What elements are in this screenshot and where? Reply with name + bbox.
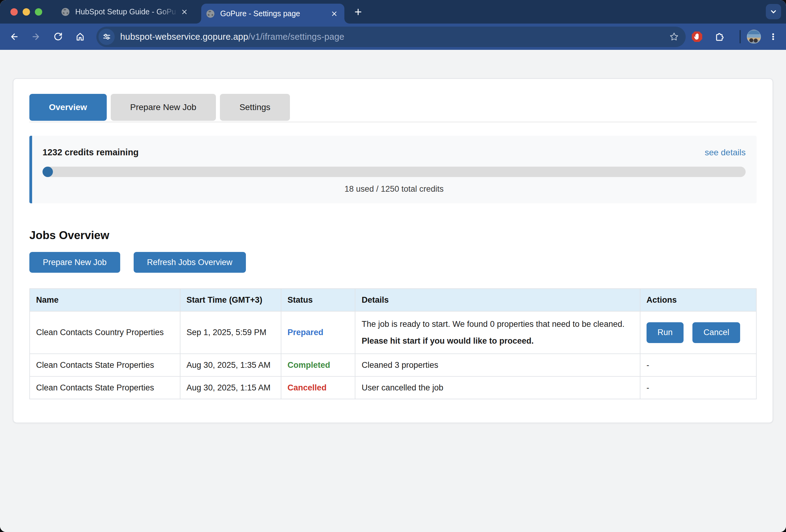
forward-arrow-icon bbox=[31, 32, 41, 42]
extensions-button[interactable] bbox=[711, 29, 727, 44]
prepare-new-job-button[interactable]: Prepare New Job bbox=[29, 252, 120, 273]
tune-icon bbox=[102, 32, 111, 41]
status-badge: Cancelled bbox=[287, 383, 327, 392]
credits-panel: 1232 credits remaining see details 18 us… bbox=[29, 136, 757, 203]
tab-strip: HubSpot Setup Guide - GoPu GoPure - Sett… bbox=[0, 0, 786, 24]
page-nav-tabs: Overview Prepare New Job Settings bbox=[29, 94, 757, 121]
table-row: Clean Contacts State Properties Aug 30, … bbox=[30, 354, 756, 376]
job-name: Clean Contacts State Properties bbox=[30, 376, 180, 399]
credits-progress-knob bbox=[43, 167, 53, 177]
credits-remaining-heading: 1232 credits remaining bbox=[43, 147, 139, 158]
adblock-stop-hand-icon bbox=[691, 30, 703, 43]
bookmark-button[interactable] bbox=[667, 30, 681, 43]
table-header-row: Name Start Time (GMT+3) Status Details A… bbox=[30, 288, 756, 311]
job-details-text: The job is ready to start. We found 0 pr… bbox=[362, 320, 633, 329]
job-row-actions: Run Cancel bbox=[647, 322, 750, 343]
close-window-button[interactable] bbox=[10, 8, 18, 16]
tab-title: HubSpot Setup Guide - GoPu bbox=[75, 7, 179, 16]
back-button[interactable] bbox=[6, 29, 22, 44]
refresh-jobs-overview-button[interactable]: Refresh Jobs Overview bbox=[134, 252, 246, 273]
credits-usage-caption: 18 used / 1250 total credits bbox=[43, 184, 746, 194]
globe-favicon-icon bbox=[61, 7, 70, 17]
job-details: Cleaned 3 properties bbox=[355, 354, 640, 376]
site-info-button[interactable] bbox=[98, 29, 115, 45]
job-name: Clean Contacts Country Properties bbox=[30, 311, 180, 354]
home-icon bbox=[75, 32, 85, 42]
minimize-window-button[interactable] bbox=[23, 8, 30, 16]
new-tab-button[interactable] bbox=[351, 5, 365, 19]
status-badge: Prepared bbox=[287, 328, 323, 337]
header-name: Name bbox=[30, 288, 180, 311]
globe-favicon-icon bbox=[206, 9, 215, 19]
table-row: Clean Contacts State Properties Aug 30, … bbox=[30, 376, 756, 399]
tab-settings[interactable]: Settings bbox=[220, 94, 290, 121]
job-details: The job is ready to start. We found 0 pr… bbox=[355, 311, 640, 354]
address-bar[interactable]: hubspot-webservice.gopure.app/v1/iframe/… bbox=[96, 27, 686, 47]
url-path: /v1/iframe/settings-page bbox=[248, 32, 344, 42]
job-actions-placeholder: - bbox=[640, 354, 756, 376]
job-name: Clean Contacts State Properties bbox=[30, 354, 180, 376]
job-start-time: Sep 1, 2025, 5:59 PM bbox=[180, 311, 281, 354]
reload-icon bbox=[53, 32, 63, 42]
job-start-time: Aug 30, 2025, 1:15 AM bbox=[180, 376, 281, 399]
job-details-note: Please hit start if you would like to pr… bbox=[362, 336, 633, 346]
chevron-down-icon bbox=[769, 7, 778, 16]
forward-button[interactable] bbox=[28, 29, 44, 44]
job-start-time: Aug 30, 2025, 1:35 AM bbox=[180, 354, 281, 376]
reload-button[interactable] bbox=[50, 29, 66, 44]
url-host: hubspot-webservice.gopure.app bbox=[120, 32, 248, 42]
tab-gopure-settings[interactable]: GoPure - Settings page bbox=[201, 4, 344, 24]
header-actions: Actions bbox=[640, 288, 756, 311]
kebab-menu-icon bbox=[768, 32, 778, 42]
toolbar-extensions-area bbox=[689, 29, 780, 44]
see-details-link[interactable]: see details bbox=[704, 148, 746, 158]
header-details: Details bbox=[355, 288, 640, 311]
job-details: User cancelled the job bbox=[355, 376, 640, 399]
jobs-actions-row: Prepare New Job Refresh Jobs Overview bbox=[29, 252, 757, 273]
star-icon bbox=[669, 32, 679, 42]
tab-title: GoPure - Settings page bbox=[220, 9, 329, 18]
url-text: hubspot-webservice.gopure.app/v1/iframe/… bbox=[120, 32, 664, 42]
table-row: Clean Contacts Country Properties Sep 1,… bbox=[30, 311, 756, 354]
cancel-button[interactable]: Cancel bbox=[692, 322, 740, 343]
window-controls bbox=[10, 8, 42, 16]
close-icon[interactable] bbox=[179, 7, 190, 17]
run-button[interactable]: Run bbox=[647, 322, 684, 343]
zoom-window-button[interactable] bbox=[35, 8, 42, 16]
back-arrow-icon bbox=[9, 32, 19, 42]
browser-menu-button[interactable] bbox=[766, 30, 780, 43]
close-icon[interactable] bbox=[329, 8, 340, 19]
tab-prepare-new-job[interactable]: Prepare New Job bbox=[111, 94, 216, 121]
header-status: Status bbox=[281, 288, 355, 311]
settings-card: Overview Prepare New Job Settings 1232 c… bbox=[13, 78, 773, 423]
credits-progress-bar bbox=[43, 167, 746, 177]
browser-toolbar: hubspot-webservice.gopure.app/v1/iframe/… bbox=[0, 24, 786, 50]
tab-hubspot-setup-guide[interactable]: HubSpot Setup Guide - GoPu bbox=[56, 0, 194, 24]
home-button[interactable] bbox=[72, 29, 88, 44]
browser-window: HubSpot Setup Guide - GoPu GoPure - Sett… bbox=[0, 0, 786, 532]
tab-overview[interactable]: Overview bbox=[29, 94, 107, 121]
jobs-overview-heading: Jobs Overview bbox=[29, 229, 757, 242]
toolbar-divider bbox=[740, 30, 741, 43]
page-viewport: Overview Prepare New Job Settings 1232 c… bbox=[0, 78, 786, 532]
tab-search-button[interactable] bbox=[766, 4, 781, 19]
job-actions-placeholder: - bbox=[640, 376, 756, 399]
jobs-table: Name Start Time (GMT+3) Status Details A… bbox=[29, 288, 757, 399]
tabs-divider bbox=[29, 122, 757, 122]
adblock-extension-button[interactable] bbox=[689, 29, 704, 44]
status-badge: Completed bbox=[287, 361, 330, 370]
plus-icon bbox=[353, 7, 363, 17]
extensions-puzzle-icon bbox=[714, 31, 724, 42]
header-start-time: Start Time (GMT+3) bbox=[180, 288, 281, 311]
profile-avatar[interactable] bbox=[747, 30, 761, 44]
